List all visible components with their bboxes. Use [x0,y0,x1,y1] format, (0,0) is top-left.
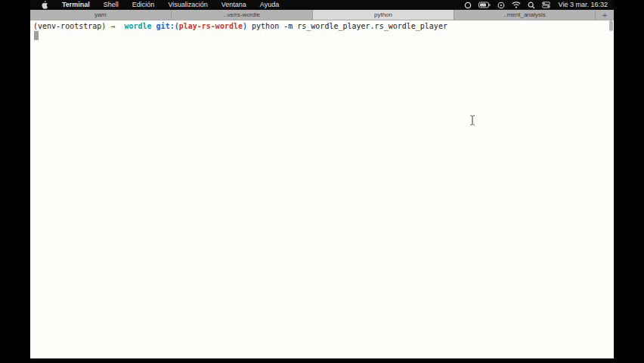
tab-yarn[interactable]: yarn [30,10,172,20]
spotlight-search-icon[interactable] [528,2,535,9]
tab-label: python [374,11,392,18]
desktop-screen: { "menu_bar": { "items": ["Terminal", "S… [0,0,644,363]
apple-menu-icon[interactable] [41,1,48,9]
scrollbar-thumb[interactable] [609,20,613,31]
menu-bar-clock[interactable]: Vie 3 mar. 16:32 [557,0,608,10]
tab-python[interactable]: python [313,10,454,20]
tab-label: ..ve/rs-wordle [224,11,260,18]
tab-label: ..ment_analysis [503,11,546,18]
tab-label: yarn [94,11,107,18]
command-text: python -m rs_wordle_player.rs_wordle_pla… [247,22,447,30]
battery-icon[interactable] [478,2,491,8]
shell-prompt-line: (venv-rootstrap) → wordle git:(play-rs-w… [33,21,447,31]
menu-bar: Terminal Shell Edición Visualización Ven… [30,0,614,10]
terminal-tab-bar: yarn ..ve/rs-wordle python ..ment_analys… [30,10,614,20]
ibeam-mouse-cursor [469,115,475,126]
menu-item-ventana[interactable]: Ventana [215,0,253,10]
control-center-icon[interactable] [542,2,550,8]
git-prefix: git:( [156,22,179,30]
focus-circle-icon[interactable] [464,2,472,9]
prompt-gap [115,22,124,30]
menu-item-ayuda[interactable]: Ayuda [253,0,286,10]
wifi-icon[interactable] [512,2,521,8]
current-directory: wordle [124,22,151,30]
menu-item-visualizacion[interactable]: Visualización [161,0,214,10]
venv-prefix: (venv-rootstrap) [33,22,110,30]
git-branch: play-rs-wordle [179,22,243,30]
terminal-content[interactable]: (venv-rootstrap) → wordle git:(play-rs-w… [30,20,614,358]
menu-item-edicion[interactable]: Edición [125,0,162,10]
menu-bar-status-area: Vie 3 mar. 16:32 [464,0,614,10]
play-circle-icon[interactable] [497,2,505,9]
new-tab-button[interactable]: + [596,10,614,20]
tab-ve-rs-wordle[interactable]: ..ve/rs-wordle [172,10,313,20]
apple-logo-icon [41,1,48,9]
menu-item-terminal[interactable]: Terminal [55,0,97,10]
display-area: Terminal Shell Edición Visualización Ven… [30,0,614,358]
terminal-block-cursor [34,31,39,40]
terminal-scrollbar[interactable] [609,20,613,358]
tab-ment-analysis[interactable]: ..ment_analysis [454,10,596,20]
menu-item-shell[interactable]: Shell [97,0,125,10]
